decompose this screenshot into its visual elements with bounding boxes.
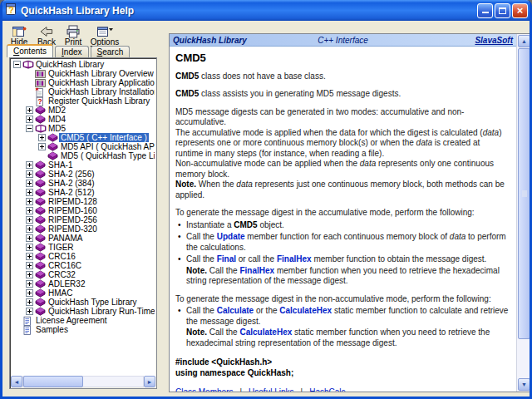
tree-item[interactable]: ✶QuickHash Library Installation: [12, 87, 155, 96]
member-function-link[interactable]: FinalHex: [239, 266, 274, 275]
tree-item-label[interactable]: SHA-1: [47, 160, 74, 170]
tree-item-label[interactable]: Samples: [34, 325, 70, 334]
tree-item-label[interactable]: RIPEMD-320: [47, 224, 99, 234]
scroll-thumb[interactable]: [518, 48, 530, 339]
member-function-link[interactable]: Update: [217, 232, 245, 241]
class-members-link[interactable]: Class Members: [175, 387, 233, 392]
member-function-link[interactable]: FinalHex: [277, 254, 312, 264]
tree-item-label[interactable]: MD2: [47, 106, 67, 115]
tree-item-label[interactable]: ADLER32: [47, 279, 86, 288]
expand-toggle[interactable]: [26, 298, 33, 306]
tree-item-label[interactable]: QuickHash Library Installation: [47, 87, 155, 96]
useful-links-link[interactable]: Useful Links: [249, 387, 293, 392]
tree-item[interactable]: RIPEMD-160: [12, 206, 155, 215]
expand-toggle[interactable]: [26, 216, 33, 224]
expand-toggle[interactable]: [26, 170, 33, 178]
tree-item[interactable]: PANAMA: [12, 234, 155, 243]
expand-toggle[interactable]: [38, 134, 46, 141]
tree-item-label[interactable]: QuickHash Library Overview: [47, 69, 155, 78]
expand-toggle[interactable]: [26, 189, 33, 196]
tree-item-label[interactable]: CRC16: [47, 252, 77, 261]
member-function-link[interactable]: CalculateHex: [239, 328, 292, 337]
expand-toggle[interactable]: [26, 234, 33, 242]
expand-toggle[interactable]: [26, 280, 33, 288]
tree-item-label[interactable]: CRC32: [47, 270, 77, 279]
back-button[interactable]: Back: [33, 23, 60, 46]
tree-item-label[interactable]: SHA-2 (256): [47, 170, 96, 179]
print-button[interactable]: Print: [61, 23, 86, 46]
tree-item-label[interactable]: SHA-2 (512): [47, 188, 96, 197]
tree-item[interactable]: QuickHash Library: [12, 60, 155, 69]
tree-item[interactable]: ?Register QuickHash Library: [12, 96, 155, 106]
expand-toggle[interactable]: [38, 143, 46, 150]
tree-item[interactable]: CRC32: [12, 270, 155, 279]
tree-item[interactable]: HMAC: [12, 288, 155, 298]
tree-item[interactable]: SHA-2 (384): [12, 179, 155, 188]
tree-item[interactable]: MD5: [12, 124, 155, 133]
tree-item[interactable]: RIPEMD-256: [12, 215, 155, 224]
tree-item-label[interactable]: CMD5 ( C++ Interface ): [59, 133, 149, 142]
tree-item-label[interactable]: MD5: [47, 124, 67, 133]
expand-toggle[interactable]: [26, 207, 33, 214]
tree-item-label[interactable]: QuickHash Type Library: [47, 298, 139, 307]
slavasoft-link[interactable]: SlavaSoft: [400, 36, 513, 45]
tree-item-label[interactable]: MD4: [47, 115, 67, 124]
collapse-toggle[interactable]: [13, 61, 21, 68]
collapse-toggle[interactable]: [26, 125, 33, 132]
tree-item[interactable]: Samples: [12, 325, 155, 334]
tree-item[interactable]: License Agreement: [12, 316, 155, 325]
tree-item[interactable]: MD5 API ( QuickHash API ): [12, 142, 155, 151]
maximize-button[interactable]: [495, 3, 510, 18]
scroll-right-button[interactable]: ►: [144, 376, 155, 387]
tree-item[interactable]: CMD5 ( C++ Interface ): [12, 133, 155, 142]
content-vertical-scrollbar[interactable]: ▲ ▼: [516, 34, 530, 392]
expand-toggle[interactable]: [26, 289, 33, 297]
expand-toggle[interactable]: [26, 161, 33, 169]
options-button[interactable]: Options: [86, 23, 123, 46]
tab-contents[interactable]: Contents: [7, 44, 53, 57]
member-function-link[interactable]: CalculateHex: [279, 306, 332, 315]
tree-item-label[interactable]: RIPEMD-256: [47, 215, 99, 224]
scroll-up-button[interactable]: ▲: [518, 35, 530, 47]
tree-item[interactable]: QuickHash Type Library: [12, 298, 155, 307]
tree-item-label[interactable]: MD5 ( QuickHash Type Library ): [59, 151, 155, 160]
tree-item[interactable]: RIPEMD-320: [12, 224, 155, 234]
expand-toggle[interactable]: [26, 262, 33, 269]
tree-item[interactable]: QuickHash Library Run-Time Dynamic Linki…: [12, 307, 155, 316]
expand-toggle[interactable]: [26, 308, 33, 315]
tree-item[interactable]: QuickHash Library Applications: [12, 78, 155, 87]
tree-item-label[interactable]: Register QuickHash Library: [47, 96, 151, 106]
tree-item[interactable]: MD2: [12, 106, 155, 115]
hashcalc-link[interactable]: HashCalc: [309, 387, 345, 392]
member-function-link[interactable]: Final: [217, 254, 236, 264]
expand-toggle[interactable]: [26, 225, 33, 233]
title-bar[interactable]: ? QuickHash Library Help ×: [0, 0, 532, 21]
expand-toggle[interactable]: [26, 106, 33, 114]
tree-item-label[interactable]: QuickHash Library: [34, 60, 106, 69]
tree-item-label[interactable]: RIPEMD-160: [47, 206, 99, 215]
tree-item[interactable]: MD4: [12, 115, 155, 124]
scroll-down-button[interactable]: ▼: [518, 378, 530, 391]
tree-item-label[interactable]: HMAC: [47, 288, 74, 298]
tree-item-label[interactable]: QuickHash Library Run-Time Dynamic Linki…: [47, 307, 155, 316]
tree-item[interactable]: CRC16C: [12, 261, 155, 270]
tree-item-label[interactable]: TIGER: [47, 243, 76, 252]
tree-item[interactable]: TIGER: [12, 243, 155, 252]
tab-search[interactable]: Search: [91, 46, 131, 57]
tree-item[interactable]: ADLER32: [12, 279, 155, 288]
tree-item-label[interactable]: MD5 API ( QuickHash API ): [59, 142, 155, 151]
tree-item[interactable]: SHA-2 (256): [12, 170, 155, 179]
tree-item-label[interactable]: RIPEMD-128: [47, 197, 99, 206]
tree-item[interactable]: SHA-2 (512): [12, 188, 155, 197]
expand-toggle[interactable]: [26, 198, 33, 205]
tree-item-label[interactable]: PANAMA: [47, 234, 85, 243]
tab-index[interactable]: Index: [55, 46, 88, 57]
hide-button[interactable]: Hide: [6, 23, 32, 46]
close-button[interactable]: ×: [512, 3, 528, 18]
tree-item-label[interactable]: SHA-2 (384): [47, 179, 96, 188]
minimize-button[interactable]: [477, 3, 493, 18]
tree-item-label[interactable]: QuickHash Library Applications: [47, 78, 155, 87]
tree-horizontal-scrollbar[interactable]: ◄ ►: [11, 376, 155, 387]
expand-toggle[interactable]: [26, 253, 33, 260]
scroll-left-button[interactable]: ◄: [11, 376, 22, 387]
